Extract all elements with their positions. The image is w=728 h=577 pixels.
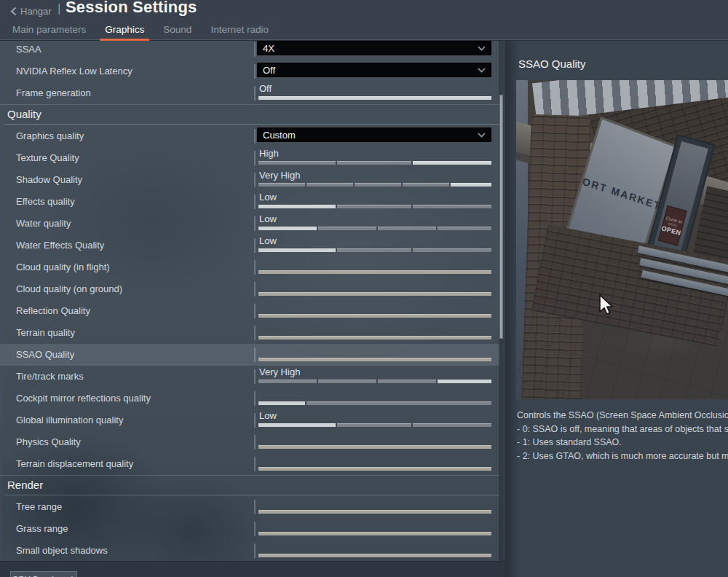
reflection-quality-slider[interactable]: [258, 314, 491, 318]
scrollbar-thumb[interactable]: [499, 95, 503, 339]
control-tick: [254, 326, 256, 340]
slider-segment: [438, 227, 491, 230]
physics-quality-slider[interactable]: [258, 445, 491, 449]
setting-label: Frame generation: [16, 82, 91, 104]
tree-range-slider[interactable]: [258, 510, 491, 514]
section-title: Quality: [7, 108, 41, 120]
slider-segment: [258, 554, 491, 557]
header-bar: Hangar | Session Settings Main parameter…: [0, 0, 728, 41]
control-tick: [254, 86, 256, 101]
frame-generation-slider[interactable]: [258, 96, 491, 100]
setting-row-tree-range: Tree range: [0, 496, 499, 518]
slider-segment: [258, 467, 491, 471]
slider-segment: [258, 96, 491, 100]
setting-row-graphics-quality: Graphics qualityCustom: [0, 125, 499, 147]
setting-row-cloud-quality-in-flight: Cloud quality (in flight): [0, 256, 499, 278]
slider-segment: [258, 336, 491, 339]
effects-quality-slider[interactable]: [258, 205, 491, 208]
footer-bar: GPU Benchmark: [0, 561, 505, 577]
setting-row-physics-quality: Physics Quality: [0, 431, 499, 453]
slider-segment: [413, 248, 491, 252]
setting-label: Water Effects Quality: [16, 235, 104, 256]
info-panel-title: SSAO Quality: [518, 58, 586, 70]
water-effects-quality-slider[interactable]: [258, 248, 491, 252]
setting-label: Terrain displacement quality: [16, 453, 133, 475]
setting-label: Cockpit mirror reflections quality: [16, 388, 151, 409]
slider-segment: [337, 161, 411, 165]
slider-segment: [413, 423, 491, 427]
control-tick: [254, 195, 256, 209]
slider-segment: [258, 380, 317, 383]
slider-segment: [258, 292, 491, 296]
chevron-down-icon: [478, 133, 486, 138]
setting-row-terrain-displacement-quality: Terrain displacement quality: [0, 453, 499, 475]
setting-row-global-illumination-quality: Global illumination qualityLow: [0, 409, 499, 431]
back-label: Hangar: [20, 6, 52, 17]
slider-segment: [318, 380, 376, 383]
control-tick: [254, 348, 256, 362]
slider-segment: [258, 161, 336, 165]
setting-row-frame-generation: Frame generationOff: [0, 82, 499, 104]
slider-segment: [318, 227, 376, 230]
setting-row-shadow-quality: Shadow QualityVery High: [0, 169, 499, 191]
tire-track-marks-slider[interactable]: [258, 380, 491, 383]
setting-label: SSAO Quality: [16, 344, 74, 366]
setting-row-effects-quality: Effects qualityLow: [0, 191, 499, 213]
control-tick: [254, 304, 256, 318]
setting-row-tire-track-marks: Tire/track marksVery High: [0, 366, 499, 388]
graphics-quality-dropdown[interactable]: Custom: [257, 127, 491, 142]
tab-internet-radio[interactable]: Internet radio: [210, 23, 269, 39]
control-tick: [254, 457, 256, 471]
setting-row-water-quality: Water qualityLow: [0, 213, 499, 235]
setting-label: Shadow Quality: [16, 169, 82, 191]
nvidia-reflex-low-latency-dropdown[interactable]: Off: [257, 63, 491, 77]
slider-segment: [337, 423, 411, 427]
slider-value: Low: [259, 192, 277, 203]
tab-graphics[interactable]: Graphics: [104, 23, 145, 39]
slider-segment: [258, 532, 491, 535]
setting-label: Cloud quality (on ground): [16, 278, 122, 300]
dropdown-value: Custom: [258, 130, 478, 141]
scrollbar[interactable]: [499, 41, 504, 561]
setting-label: Global illumination quality: [16, 409, 123, 431]
water-quality-slider[interactable]: [258, 227, 491, 230]
setting-row-water-effects-quality: Water Effects QualityLow: [0, 235, 499, 256]
slider-segment: [451, 183, 491, 187]
preview-tint-overlay: [516, 80, 728, 399]
ssao-quality-slider[interactable]: [258, 358, 491, 361]
setting-row-small-object-shadows: Small object shadows: [0, 540, 499, 562]
slider-segment: [258, 423, 336, 427]
control-tick: [254, 435, 256, 450]
control-tick: [254, 64, 256, 79]
setting-label: Tire/track marks: [16, 366, 84, 388]
setting-description: Controls the SSAO (Screen Space Ambient …: [517, 409, 728, 463]
grass-range-slider[interactable]: [258, 532, 491, 535]
ssaa-dropdown[interactable]: 4X: [257, 41, 491, 55]
setting-row-grass-range: Grass range: [0, 518, 499, 540]
slider-segment: [258, 183, 305, 187]
slider-segment: [337, 248, 411, 252]
small-object-shadows-slider[interactable]: [258, 554, 491, 557]
setting-label: Effects quality: [16, 191, 75, 213]
gpu-benchmark-button[interactable]: GPU Benchmark: [10, 571, 77, 577]
tab-sound[interactable]: Sound: [162, 23, 192, 39]
cloud-quality-on-ground-slider[interactable]: [258, 292, 491, 296]
tabs-underline: [0, 39, 728, 40]
cockpit-mirror-reflections-quality-slider[interactable]: [258, 401, 491, 405]
cloud-quality-in-flight-slider[interactable]: [258, 270, 491, 274]
back-to-hangar-button[interactable]: Hangar: [10, 3, 52, 19]
slider-value: Low: [259, 213, 277, 224]
setting-row-cockpit-mirror-reflections-quality: Cockpit mirror reflections quality: [0, 388, 499, 409]
shadow-quality-slider[interactable]: [258, 183, 491, 187]
global-illumination-quality-slider[interactable]: [258, 423, 491, 427]
terrain-displacement-quality-slider[interactable]: [258, 467, 491, 471]
terrain-quality-slider[interactable]: [258, 336, 491, 339]
slider-value: Low: [259, 235, 277, 246]
section-header-quality: Quality: [0, 104, 499, 125]
texture-quality-slider[interactable]: [258, 161, 491, 165]
tab-main-parameters[interactable]: Main parameters: [12, 23, 87, 39]
control-tick: [254, 413, 256, 428]
setting-label: Reflection Quality: [16, 300, 90, 322]
graphics-settings-list: SSAA4XNVIDIA Reflex Low LatencyOffFrame …: [0, 39, 499, 562]
slider-value: Very High: [259, 366, 300, 377]
